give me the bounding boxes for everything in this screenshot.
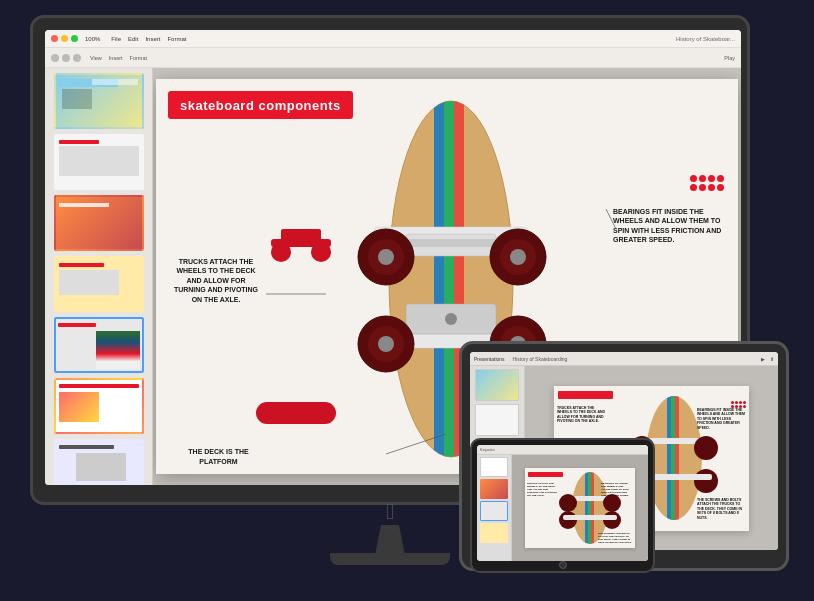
slide-thumb-3[interactable] xyxy=(54,195,144,251)
slide-thumb-2[interactable] xyxy=(54,134,144,190)
svg-point-26 xyxy=(311,242,331,262)
ipad-thumb-1[interactable] xyxy=(475,369,519,401)
iphone-screen: Keynote xyxy=(477,445,648,561)
menu-file[interactable]: File xyxy=(111,36,121,42)
bearing-dot-5 xyxy=(690,184,697,191)
menu-bar-right: History of Skateboar... xyxy=(676,36,735,42)
slide-thumb-5-active[interactable] xyxy=(54,317,144,373)
menu-bar-left: 100% File Edit Insert Format xyxy=(51,35,186,42)
svg-rect-2 xyxy=(434,101,444,457)
zoom-level: 100% xyxy=(85,36,100,42)
minimize-window-button[interactable] xyxy=(61,35,68,42)
iphone-keynote: Keynote xyxy=(477,445,648,561)
iphone-toolbar-text: Keynote xyxy=(480,447,495,452)
iphone-thumb-1[interactable] xyxy=(480,457,508,477)
menu-insert[interactable]: Insert xyxy=(145,36,160,42)
svg-point-19 xyxy=(378,336,394,352)
ipad-bearings-text: BEARINGS FIT INSIDE THE WHEELS AND ALLOW… xyxy=(697,408,747,431)
slide-title-box: skateboard components xyxy=(168,91,353,119)
toolbar: View Insert Format Play xyxy=(45,48,741,68)
fullscreen-button[interactable] xyxy=(71,35,78,42)
menu-format[interactable]: Format xyxy=(167,36,186,42)
iphone-home-button[interactable] xyxy=(559,561,567,569)
slide-panel[interactable] xyxy=(45,68,153,485)
iphone-thumb-2[interactable] xyxy=(480,479,508,499)
svg-rect-34 xyxy=(675,396,679,520)
ipad-thumb-2[interactable] xyxy=(475,404,519,436)
bearings-annotation: BEARINGS FIT INSIDE THE WHEELS AND ALLOW… xyxy=(613,207,728,245)
svg-rect-24 xyxy=(281,229,321,241)
iphone-bearings-text: BEARINGS FIT INSIDE THE WHEELS AND ALLOW… xyxy=(601,482,633,497)
ipad-app-title: Presentations xyxy=(474,356,505,362)
iphone-slide-panel xyxy=(477,455,512,561)
ipad-toolbar: Presentations History of Skateboarding ▶… xyxy=(470,352,778,366)
bearings-circles xyxy=(690,175,724,191)
deck-annotation: THE DECK IS THE PLATFORM xyxy=(171,447,266,466)
svg-rect-52 xyxy=(563,515,617,520)
menu-edit[interactable]: Edit xyxy=(128,36,138,42)
svg-rect-33 xyxy=(671,396,675,520)
svg-point-40 xyxy=(694,469,718,493)
imac-stand xyxy=(330,525,450,585)
svg-rect-32 xyxy=(667,396,671,520)
slide-thumb-1[interactable] xyxy=(54,73,144,129)
ipad-screws-text: THE SCREWS AND BOLTS ATTACH THE TRUCKS T… xyxy=(697,498,747,521)
toolbar-insert[interactable]: Insert xyxy=(109,55,123,61)
app-title: History of Skateboar... xyxy=(676,36,735,42)
iphone-thumb-4[interactable] xyxy=(480,523,508,543)
iphone-main: TRUCKS ATTACH THE WHEELS TO THE DECK AND… xyxy=(477,455,648,561)
bearing-dot-8 xyxy=(717,184,724,191)
toolbar-view[interactable]: View xyxy=(90,55,102,61)
iphone-screws-text: THE SCREWS AND BOLTS ATTACH THE TRUCKS T… xyxy=(598,532,633,544)
svg-point-13 xyxy=(510,249,526,265)
ipad-play-button[interactable]: ▶ xyxy=(761,356,765,362)
slide-thumb-6[interactable] xyxy=(54,378,144,434)
bearing-dot-7 xyxy=(708,184,715,191)
svg-point-16 xyxy=(445,313,457,325)
svg-point-38 xyxy=(694,436,718,460)
iphone-slide: TRUCKS ATTACH THE WHEELS TO THE DECK AND… xyxy=(525,468,635,548)
iphone-device: Keynote xyxy=(470,438,655,573)
trucks-icon xyxy=(266,224,336,268)
svg-rect-3 xyxy=(444,101,454,457)
ipad-share-button[interactable]: ⬆ xyxy=(770,356,774,362)
slide-thumb-7[interactable] xyxy=(54,439,144,485)
iphone-trucks-text: TRUCKS ATTACH THE WHEELS TO THE DECK AND… xyxy=(527,482,559,497)
svg-rect-45 xyxy=(588,472,591,544)
toolbar-play[interactable]: Play xyxy=(724,55,735,61)
toolbar-icon-3[interactable] xyxy=(73,54,81,62)
slide-title-text: skateboard components xyxy=(180,98,341,113)
slide-thumb-4[interactable] xyxy=(54,256,144,312)
toolbar-icon-2[interactable] xyxy=(62,54,70,62)
svg-rect-7 xyxy=(404,239,498,247)
bearing-dot-2 xyxy=(699,175,706,182)
ipad-trucks-text: TRUCKS ATTACH THE WHEELS TO THE DECK AND… xyxy=(557,406,607,424)
trucks-annotation: TRUCKS ATTACH THE WHEELS TO THE DECK AND… xyxy=(171,257,261,304)
svg-point-10 xyxy=(378,249,394,265)
bearing-dot-3 xyxy=(708,175,715,182)
svg-rect-44 xyxy=(585,472,588,544)
toolbar-icon-1[interactable] xyxy=(51,54,59,62)
svg-rect-46 xyxy=(591,472,594,544)
close-window-button[interactable] xyxy=(51,35,58,42)
imac-neck xyxy=(375,525,405,555)
bearing-dot-4 xyxy=(717,175,724,182)
mini-deck-illustration xyxy=(256,402,336,424)
svg-point-25 xyxy=(271,242,291,262)
iphone-thumb-3[interactable] xyxy=(480,501,508,521)
ipad-bearings-dots xyxy=(731,401,746,408)
iphone-toolbar: Keynote xyxy=(477,445,648,455)
svg-point-48 xyxy=(559,494,577,512)
bearing-dot-1 xyxy=(690,175,697,182)
toolbar-format[interactable]: Format xyxy=(130,55,147,61)
menu-bar: 100% File Edit Insert Format History of … xyxy=(45,30,741,48)
apple-logo-icon:  xyxy=(386,499,394,525)
bearing-dot-6 xyxy=(699,184,706,191)
iphone-canvas: TRUCKS ATTACH THE WHEELS TO THE DECK AND… xyxy=(512,455,648,561)
ipad-doc-title: History of Skateboarding xyxy=(513,356,568,362)
